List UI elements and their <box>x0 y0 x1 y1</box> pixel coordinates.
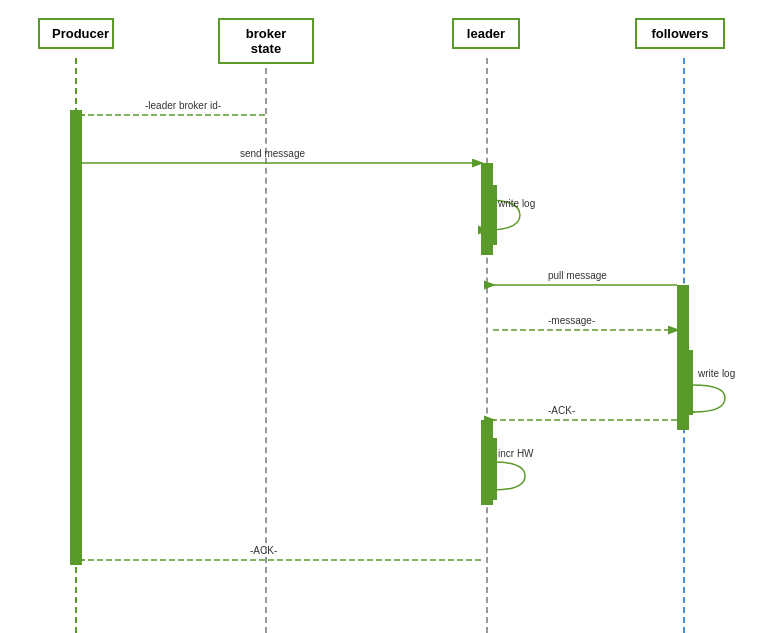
arrow-write-log-followers <box>693 385 725 412</box>
actor-producer: Producer <box>38 18 114 49</box>
actor-leader: leader <box>452 18 520 49</box>
actor-broker-state: broker state <box>218 18 314 64</box>
activation-leader-self-1 <box>487 185 497 245</box>
label-ack-followers-leader: -ACK- <box>548 405 575 416</box>
label-incr-hw: incr HW <box>498 448 534 459</box>
activation-leader-self-2 <box>487 438 497 500</box>
label-pull-message: pull message <box>548 270 607 281</box>
label-message: -message- <box>548 315 595 326</box>
arrow-incr-hw <box>493 462 525 490</box>
sequence-diagram: Producer broker state leader followers <box>0 0 778 633</box>
label-send-message: send message <box>240 148 305 159</box>
arrows-svg <box>0 0 778 633</box>
label-leader-broker-id: -leader broker id- <box>145 100 221 111</box>
label-ack-leader-producer: -ACK- <box>250 545 277 556</box>
label-write-log-followers: write log <box>698 368 735 379</box>
activation-followers-self <box>683 350 693 415</box>
actor-followers: followers <box>635 18 725 49</box>
activation-producer <box>70 110 82 565</box>
label-write-log-leader: write log <box>498 198 535 209</box>
